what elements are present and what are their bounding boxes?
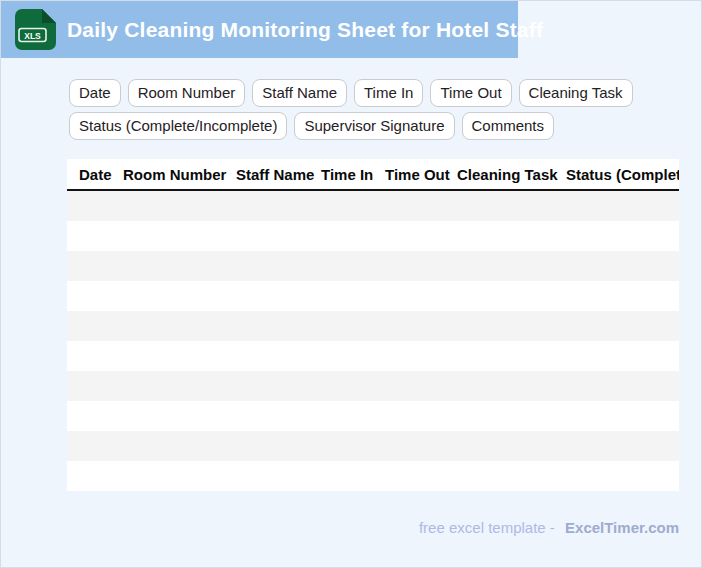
column-header: Room Number (123, 166, 236, 183)
chip-supervisor-signature: Supervisor Signature (294, 112, 454, 140)
column-header: Time In (321, 166, 385, 183)
footer-brand-link[interactable]: ExcelTimer.com (565, 519, 679, 536)
column-header: Date (79, 166, 123, 183)
chip-room-number: Room Number (128, 79, 246, 107)
table-row (67, 311, 679, 341)
column-header: Cleaning Task (457, 166, 566, 183)
footer: free excel template - ExcelTimer.com (419, 519, 679, 536)
xls-icon-label: XLS (24, 31, 41, 41)
table-body (67, 191, 679, 491)
chip-date: Date (69, 79, 121, 107)
column-header: Staff Name (236, 166, 321, 183)
footer-text: free excel template - (419, 519, 555, 536)
table-row (67, 371, 679, 401)
title-bar: XLS Daily Cleaning Monitoring Sheet for … (1, 1, 518, 58)
table-row (67, 281, 679, 311)
table-row (67, 401, 679, 431)
table-row (67, 221, 679, 251)
chip-status-complete-incomplete: Status (Complete/Incomplete) (69, 112, 287, 140)
chips: DateRoom NumberStaff NameTime InTime Out… (69, 79, 669, 140)
page: XLS Daily Cleaning Monitoring Sheet for … (0, 0, 702, 568)
chip-comments: Comments (462, 112, 555, 140)
table-header-row: DateRoom NumberStaff NameTime InTime Out… (67, 159, 679, 191)
table-row (67, 191, 679, 221)
table-row (67, 431, 679, 461)
table-row (67, 251, 679, 281)
chip-time-out: Time Out (430, 79, 511, 107)
chip-cleaning-task: Cleaning Task (519, 79, 633, 107)
page-title: Daily Cleaning Monitoring Sheet for Hote… (67, 18, 543, 42)
column-header: Time Out (385, 166, 457, 183)
column-header: Status (Complete/Incomplete) (566, 166, 679, 183)
monitoring-table: DateRoom NumberStaff NameTime InTime Out… (67, 159, 679, 491)
chip-time-in: Time In (354, 79, 423, 107)
xls-file-icon: XLS (15, 9, 56, 50)
table-row (67, 461, 679, 491)
table-row (67, 341, 679, 371)
chip-staff-name: Staff Name (252, 79, 347, 107)
